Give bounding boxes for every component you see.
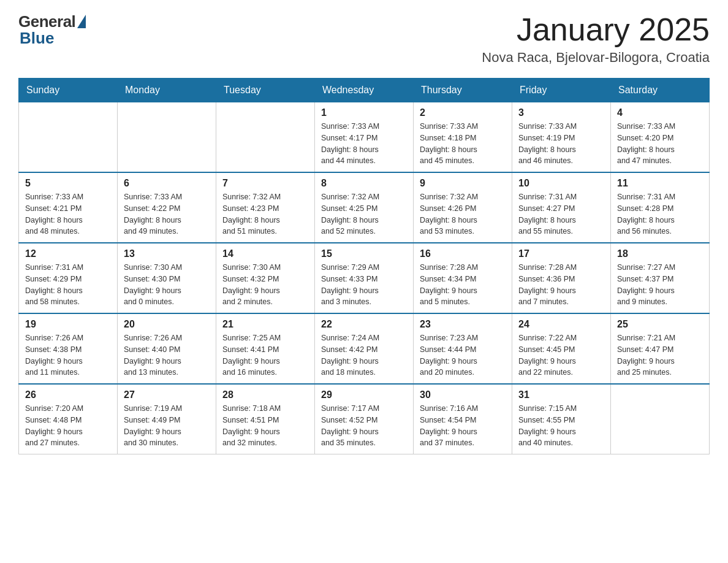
- day-info: Sunrise: 7:31 AM Sunset: 4:28 PM Dayligh…: [617, 191, 703, 237]
- calendar-day-cell: 16Sunrise: 7:28 AM Sunset: 4:34 PM Dayli…: [414, 243, 512, 313]
- day-number: 22: [321, 319, 407, 330]
- day-info: Sunrise: 7:31 AM Sunset: 4:27 PM Dayligh…: [518, 191, 604, 237]
- day-number: 31: [518, 389, 604, 400]
- day-info: Sunrise: 7:33 AM Sunset: 4:18 PM Dayligh…: [420, 121, 506, 167]
- calendar-day-header: Tuesday: [216, 79, 315, 102]
- day-info: Sunrise: 7:30 AM Sunset: 4:32 PM Dayligh…: [222, 262, 308, 308]
- day-number: 26: [25, 389, 111, 400]
- day-number: 16: [420, 248, 506, 259]
- calendar-day-header: Wednesday: [315, 79, 414, 102]
- day-info: Sunrise: 7:28 AM Sunset: 4:34 PM Dayligh…: [420, 262, 506, 308]
- day-number: 29: [321, 389, 407, 400]
- day-number: 8: [321, 178, 407, 189]
- day-number: 17: [518, 248, 604, 259]
- day-info: Sunrise: 7:32 AM Sunset: 4:26 PM Dayligh…: [420, 191, 506, 237]
- calendar-day-cell: 15Sunrise: 7:29 AM Sunset: 4:33 PM Dayli…: [315, 243, 414, 313]
- calendar-day-cell: 25Sunrise: 7:21 AM Sunset: 4:47 PM Dayli…: [611, 313, 710, 384]
- day-number: 11: [617, 178, 703, 189]
- day-info: Sunrise: 7:30 AM Sunset: 4:30 PM Dayligh…: [124, 262, 210, 308]
- day-info: Sunrise: 7:33 AM Sunset: 4:19 PM Dayligh…: [518, 121, 604, 167]
- calendar-day-cell: 29Sunrise: 7:17 AM Sunset: 4:52 PM Dayli…: [315, 384, 414, 454]
- calendar-day-cell: 7Sunrise: 7:32 AM Sunset: 4:23 PM Daylig…: [216, 172, 315, 243]
- day-info: Sunrise: 7:17 AM Sunset: 4:52 PM Dayligh…: [321, 403, 407, 449]
- calendar-day-cell: [118, 102, 216, 173]
- calendar-day-cell: 4Sunrise: 7:33 AM Sunset: 4:20 PM Daylig…: [611, 102, 710, 173]
- title-section: January 2025 Nova Raca, Bjelovar-Bilogor…: [482, 12, 710, 66]
- calendar-day-cell: 23Sunrise: 7:23 AM Sunset: 4:44 PM Dayli…: [414, 313, 512, 384]
- day-info: Sunrise: 7:32 AM Sunset: 4:25 PM Dayligh…: [321, 191, 407, 237]
- day-number: 6: [124, 178, 210, 189]
- day-number: 10: [518, 178, 604, 189]
- day-info: Sunrise: 7:16 AM Sunset: 4:54 PM Dayligh…: [420, 403, 506, 449]
- calendar-week-row: 12Sunrise: 7:31 AM Sunset: 4:29 PM Dayli…: [19, 243, 710, 313]
- calendar-day-cell: 10Sunrise: 7:31 AM Sunset: 4:27 PM Dayli…: [512, 172, 611, 243]
- calendar-week-row: 1Sunrise: 7:33 AM Sunset: 4:17 PM Daylig…: [19, 102, 710, 173]
- day-number: 19: [25, 319, 111, 330]
- calendar-day-cell: 8Sunrise: 7:32 AM Sunset: 4:25 PM Daylig…: [315, 172, 414, 243]
- day-number: 15: [321, 248, 407, 259]
- calendar-day-header: Friday: [512, 79, 611, 102]
- day-number: 28: [222, 389, 308, 400]
- calendar-day-cell: 9Sunrise: 7:32 AM Sunset: 4:26 PM Daylig…: [414, 172, 512, 243]
- calendar-day-cell: 3Sunrise: 7:33 AM Sunset: 4:19 PM Daylig…: [512, 102, 611, 173]
- calendar-header-row: SundayMondayTuesdayWednesdayThursdayFrid…: [19, 79, 710, 102]
- calendar-day-cell: 13Sunrise: 7:30 AM Sunset: 4:30 PM Dayli…: [118, 243, 216, 313]
- logo-blue-text: Blue: [20, 29, 54, 48]
- day-info: Sunrise: 7:29 AM Sunset: 4:33 PM Dayligh…: [321, 262, 407, 308]
- calendar-day-cell: 12Sunrise: 7:31 AM Sunset: 4:29 PM Dayli…: [19, 243, 118, 313]
- day-info: Sunrise: 7:24 AM Sunset: 4:42 PM Dayligh…: [321, 332, 407, 378]
- day-info: Sunrise: 7:19 AM Sunset: 4:49 PM Dayligh…: [124, 403, 210, 449]
- calendar-week-row: 5Sunrise: 7:33 AM Sunset: 4:21 PM Daylig…: [19, 172, 710, 243]
- day-info: Sunrise: 7:23 AM Sunset: 4:44 PM Dayligh…: [420, 332, 506, 378]
- calendar-day-cell: 24Sunrise: 7:22 AM Sunset: 4:45 PM Dayli…: [512, 313, 611, 384]
- day-info: Sunrise: 7:26 AM Sunset: 4:40 PM Dayligh…: [124, 332, 210, 378]
- day-number: 14: [222, 248, 308, 259]
- calendar-day-cell: 14Sunrise: 7:30 AM Sunset: 4:32 PM Dayli…: [216, 243, 315, 313]
- day-number: 7: [222, 178, 308, 189]
- day-info: Sunrise: 7:33 AM Sunset: 4:21 PM Dayligh…: [25, 191, 111, 237]
- location-title: Nova Raca, Bjelovar-Bilogora, Croatia: [482, 50, 710, 66]
- page-header: General Blue January 2025 Nova Raca, Bje…: [18, 12, 710, 66]
- day-info: Sunrise: 7:20 AM Sunset: 4:48 PM Dayligh…: [25, 403, 111, 449]
- calendar-day-cell: [19, 102, 118, 173]
- day-info: Sunrise: 7:31 AM Sunset: 4:29 PM Dayligh…: [25, 262, 111, 308]
- calendar-day-cell: 2Sunrise: 7:33 AM Sunset: 4:18 PM Daylig…: [414, 102, 512, 173]
- calendar-day-cell: 6Sunrise: 7:33 AM Sunset: 4:22 PM Daylig…: [118, 172, 216, 243]
- calendar-day-cell: 19Sunrise: 7:26 AM Sunset: 4:38 PM Dayli…: [19, 313, 118, 384]
- day-number: 12: [25, 248, 111, 259]
- calendar-day-cell: 31Sunrise: 7:15 AM Sunset: 4:55 PM Dayli…: [512, 384, 611, 454]
- logo-triangle-icon: [77, 15, 86, 28]
- day-number: 3: [518, 107, 604, 118]
- day-info: Sunrise: 7:27 AM Sunset: 4:37 PM Dayligh…: [617, 262, 703, 308]
- day-number: 30: [420, 389, 506, 400]
- day-info: Sunrise: 7:21 AM Sunset: 4:47 PM Dayligh…: [617, 332, 703, 378]
- day-number: 20: [124, 319, 210, 330]
- day-info: Sunrise: 7:26 AM Sunset: 4:38 PM Dayligh…: [25, 332, 111, 378]
- day-number: 23: [420, 319, 506, 330]
- calendar-table: SundayMondayTuesdayWednesdayThursdayFrid…: [18, 78, 710, 454]
- day-number: 5: [25, 178, 111, 189]
- day-info: Sunrise: 7:33 AM Sunset: 4:22 PM Dayligh…: [124, 191, 210, 237]
- day-number: 25: [617, 319, 703, 330]
- day-number: 13: [124, 248, 210, 259]
- day-number: 24: [518, 319, 604, 330]
- day-info: Sunrise: 7:32 AM Sunset: 4:23 PM Dayligh…: [222, 191, 308, 237]
- calendar-day-header: Saturday: [611, 79, 710, 102]
- calendar-day-cell: 28Sunrise: 7:18 AM Sunset: 4:51 PM Dayli…: [216, 384, 315, 454]
- calendar-week-row: 19Sunrise: 7:26 AM Sunset: 4:38 PM Dayli…: [19, 313, 710, 384]
- day-number: 9: [420, 178, 506, 189]
- calendar-day-cell: 5Sunrise: 7:33 AM Sunset: 4:21 PM Daylig…: [19, 172, 118, 243]
- calendar-week-row: 26Sunrise: 7:20 AM Sunset: 4:48 PM Dayli…: [19, 384, 710, 454]
- day-number: 21: [222, 319, 308, 330]
- calendar-day-cell: [611, 384, 710, 454]
- day-number: 27: [124, 389, 210, 400]
- calendar-day-cell: 26Sunrise: 7:20 AM Sunset: 4:48 PM Dayli…: [19, 384, 118, 454]
- calendar-day-cell: 11Sunrise: 7:31 AM Sunset: 4:28 PM Dayli…: [611, 172, 710, 243]
- calendar-day-cell: 18Sunrise: 7:27 AM Sunset: 4:37 PM Dayli…: [611, 243, 710, 313]
- day-info: Sunrise: 7:25 AM Sunset: 4:41 PM Dayligh…: [222, 332, 308, 378]
- calendar-day-cell: 22Sunrise: 7:24 AM Sunset: 4:42 PM Dayli…: [315, 313, 414, 384]
- calendar-day-cell: 20Sunrise: 7:26 AM Sunset: 4:40 PM Dayli…: [118, 313, 216, 384]
- day-number: 18: [617, 248, 703, 259]
- calendar-day-header: Thursday: [414, 79, 512, 102]
- calendar-day-header: Sunday: [19, 79, 118, 102]
